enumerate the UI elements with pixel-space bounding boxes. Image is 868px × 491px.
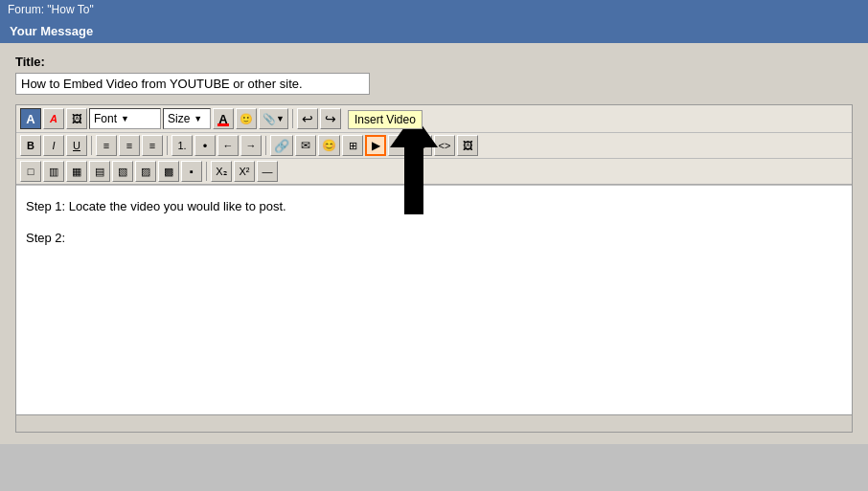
format-btn-a2[interactable]: A [43, 108, 64, 129]
toolbar-row-2: B I U ≡ ≡ ≡ 1. • [16, 133, 852, 159]
table-btn[interactable]: ⊞ [342, 135, 363, 156]
font-dropdown[interactable]: Font ▼ [89, 108, 161, 129]
forum-bar: Forum: "How To" [0, 0, 868, 19]
insert-video-icon: ▶ [372, 139, 380, 152]
toolbar-row-3: □ ▥ ▦ ▤ ▧ ▨ ▩ ▪ [16, 159, 852, 185]
your-message-header: Your Message [0, 19, 868, 43]
forum-bar-text: Forum: "How To" [0, 0, 868, 19]
smiley-icon: 🙂 [240, 113, 253, 125]
hash-icon: # [418, 139, 424, 153]
attach-icon: 📎 [263, 113, 276, 125]
redo-btn[interactable]: ↪ [320, 108, 341, 129]
italic-btn[interactable]: I [43, 135, 64, 156]
quote-btn[interactable]: ❝ [388, 135, 409, 156]
smiley-btn[interactable]: 🙂 [236, 108, 257, 129]
main-container: Title: A A 🖼 Font ▼ Size ▼ A [0, 43, 868, 444]
separator-5 [206, 162, 207, 181]
ol-btn[interactable]: 1. [171, 135, 193, 156]
color-indicator [217, 123, 229, 126]
italic-icon: I [52, 140, 55, 151]
outdent-btn[interactable]: ← [217, 135, 239, 156]
editor-content[interactable]: Step 1: Locate the video you would like … [16, 185, 852, 414]
size-label: Size [168, 112, 190, 125]
indent-btn[interactable]: → [240, 135, 262, 156]
r3-icon4: ▤ [95, 166, 104, 178]
r3-btn7[interactable]: ▩ [158, 161, 179, 182]
r3-btn3[interactable]: ▦ [66, 161, 87, 182]
font-label: Font [94, 112, 117, 125]
title-label: Title: [15, 55, 853, 69]
r3-btn8[interactable]: ▪ [181, 161, 202, 182]
align-center-btn[interactable]: ≡ [119, 135, 140, 156]
superscript-btn[interactable]: X² [234, 161, 255, 182]
underline-btn[interactable]: U [66, 135, 87, 156]
face-btn[interactable]: 😊 [318, 135, 340, 156]
font-dropdown-arrow: ▼ [121, 114, 129, 123]
align-center-icon: ≡ [126, 140, 132, 151]
code-icon: <> [439, 140, 451, 151]
a1-icon: A [26, 112, 34, 126]
code-btn[interactable]: <> [434, 135, 455, 156]
separator-4 [265, 136, 266, 155]
subscript-icon: X₂ [216, 166, 226, 178]
undo-btn[interactable]: ↩ [297, 108, 318, 129]
link-icon: 🔗 [274, 139, 289, 153]
ul-btn[interactable]: • [194, 135, 216, 156]
title-input[interactable] [15, 73, 370, 95]
subscript-btn[interactable]: X₂ [211, 161, 232, 182]
editor-bottom-bar [16, 414, 852, 432]
attach-arrow: ▼ [276, 114, 285, 123]
align-right-btn[interactable]: ≡ [142, 135, 163, 156]
link-btn[interactable]: 🔗 [270, 135, 293, 156]
r3-icon5: ▧ [118, 166, 127, 178]
img-btn[interactable]: 🖼 [457, 135, 478, 156]
align-left-btn[interactable]: ≡ [96, 135, 117, 156]
r3-icon3: ▦ [72, 166, 81, 178]
r3-icon8: ▪ [190, 166, 194, 177]
align-right-icon: ≡ [149, 140, 155, 151]
r3-btn2[interactable]: ▥ [43, 161, 64, 182]
outdent-icon: ← [223, 140, 234, 151]
separator-1 [292, 109, 293, 128]
ul-icon: • [203, 139, 208, 153]
insert-video-tooltip: Insert Video [348, 110, 423, 129]
superscript-icon: X² [240, 166, 250, 177]
r3-btn1[interactable]: □ [20, 161, 41, 182]
undo-icon: ↩ [302, 111, 313, 126]
r3-btn4[interactable]: ▤ [89, 161, 110, 182]
attach-btn[interactable]: 📎 ▼ [259, 108, 288, 129]
r3-icon6: ▨ [141, 166, 150, 178]
bold-btn[interactable]: B [20, 135, 41, 156]
underline-icon: U [73, 140, 80, 151]
separator-3 [167, 136, 168, 155]
editor-container: A A 🖼 Font ▼ Size ▼ A 🙂 [15, 104, 853, 433]
r3-icon2: ▥ [49, 166, 58, 178]
image-icon: 🖼 [72, 113, 82, 124]
hr-btn[interactable]: — [257, 161, 278, 182]
toolbar-row-1: A A 🖼 Font ▼ Size ▼ A 🙂 [16, 105, 852, 133]
font-color-btn[interactable]: A [213, 108, 234, 129]
content-line1: Step 1: Locate the video you would like … [26, 195, 842, 217]
r3-icon7: ▩ [164, 166, 173, 178]
email-btn[interactable]: ✉ [295, 135, 316, 156]
hr-icon: — [263, 166, 273, 177]
content-line2: Step 2: [26, 227, 842, 249]
bold-icon: B [27, 140, 34, 151]
separator-2 [91, 136, 92, 155]
r3-icon1: □ [28, 166, 34, 177]
size-dropdown[interactable]: Size ▼ [163, 108, 211, 129]
r3-btn5[interactable]: ▧ [112, 161, 133, 182]
table-icon: ⊞ [349, 140, 357, 152]
insert-video-btn[interactable]: ▶ Insert Video [365, 135, 386, 156]
img-icon: 🖼 [463, 140, 473, 151]
size-dropdown-arrow: ▼ [194, 114, 202, 123]
redo-icon: ↪ [325, 111, 336, 126]
email-icon: ✉ [301, 139, 310, 152]
r3-btn6[interactable]: ▨ [135, 161, 156, 182]
quote-icon: ❝ [396, 139, 401, 152]
align-left-icon: ≡ [103, 140, 109, 151]
format-btn-a1[interactable]: A [20, 108, 41, 129]
indent-icon: → [246, 140, 257, 151]
hash-btn[interactable]: # [411, 135, 432, 156]
image-btn[interactable]: 🖼 [66, 108, 87, 129]
